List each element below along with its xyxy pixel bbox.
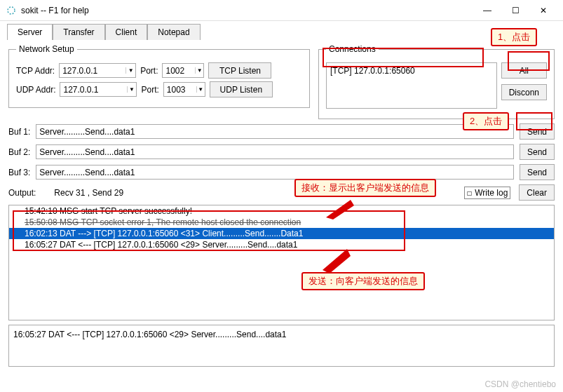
output-stats: Recv 31 , Send 29 <box>54 188 123 198</box>
udp-port-label: Port: <box>141 85 158 95</box>
log-line-selected[interactable]: 16:02:13 DAT ---> [TCP] 127.0.0.1:65060 … <box>9 228 554 239</box>
write-log-checkbox[interactable]: ☐ Write log <box>464 187 510 199</box>
tab-server[interactable]: Server <box>7 24 53 40</box>
udp-addr-input[interactable]: ▼ <box>60 82 137 97</box>
log-line[interactable]: 15:42:10 MSG start TCP server successful… <box>9 205 554 217</box>
tab-transfer[interactable]: Transfer <box>53 24 104 40</box>
udp-listen-button[interactable]: UDP Listen <box>210 81 273 97</box>
minimize-button[interactable]: — <box>473 1 501 20</box>
title-bar: sokit -- F1 for help — ☐ ✕ <box>0 0 563 21</box>
tcp-listen-button[interactable]: TCP Listen <box>208 62 271 79</box>
write-log-label: Write log <box>475 188 508 198</box>
watermark: CSDN @chentiebo <box>484 379 556 389</box>
buf3-input[interactable] <box>36 165 514 180</box>
buf3-label: Buf 3: <box>8 168 30 177</box>
tcp-port-label: Port: <box>140 66 158 76</box>
chevron-down-icon[interactable]: ▼ <box>196 86 205 93</box>
log-output[interactable]: 15:42:10 MSG start TCP server successful… <box>8 205 555 320</box>
send3-button[interactable]: Send <box>520 164 555 180</box>
network-setup-group: Network Setup TCP Addr: ▼ Port: ▼ TCP Li… <box>8 44 310 108</box>
buf2-label: Buf 2: <box>8 147 30 157</box>
tab-notepad[interactable]: Notepad <box>147 24 200 40</box>
svg-point-0 <box>8 7 15 14</box>
connections-legend: Connections <box>326 44 379 54</box>
log-line[interactable]: 16:05:27 DAT <--- [TCP] 127.0.0.1:65060 … <box>9 239 554 250</box>
buf1-input[interactable] <box>36 124 514 139</box>
clear-button[interactable]: Clear <box>519 184 555 201</box>
log-line[interactable]: 15:50:08 MSG TCP socket error 1, The rem… <box>9 217 554 228</box>
network-setup-legend: Network Setup <box>16 44 77 54</box>
udp-port-input[interactable]: ▼ <box>163 82 205 97</box>
app-icon <box>6 5 17 16</box>
connections-group: Connections [TCP] 127.0.0.1:65060 All Di… <box>318 44 555 119</box>
tcp-addr-input[interactable]: ▼ <box>59 63 136 78</box>
chevron-down-icon[interactable]: ▼ <box>127 86 137 93</box>
tcp-addr-label: TCP Addr: <box>16 66 55 76</box>
buf1-label: Buf 1: <box>8 127 30 137</box>
chevron-down-icon[interactable]: ▼ <box>126 67 135 74</box>
buf2-input[interactable] <box>36 144 514 159</box>
output-label: Output: <box>8 188 36 198</box>
udp-addr-label: UDP Addr: <box>16 85 55 95</box>
chevron-down-icon[interactable]: ▼ <box>195 67 203 74</box>
window-title: sokit -- F1 for help <box>21 6 473 15</box>
tcp-port-input[interactable]: ▼ <box>162 63 204 78</box>
tab-client[interactable]: Client <box>105 24 148 40</box>
tab-bar: Server Transfer Client Notepad <box>0 21 563 40</box>
connection-item[interactable]: [TCP] 127.0.0.1:65060 <box>329 65 494 76</box>
send1-button[interactable]: Send <box>520 123 555 140</box>
connections-list[interactable]: [TCP] 127.0.0.1:65060 <box>326 62 497 109</box>
close-button[interactable]: ✕ <box>529 1 557 20</box>
disconnect-button[interactable]: Disconn <box>501 84 547 100</box>
send2-button[interactable]: Send <box>520 144 555 160</box>
all-button[interactable]: All <box>501 62 547 79</box>
detail-output[interactable]: 16:05:27 DAT <--- [TCP] 127.0.0.1:65060 … <box>8 325 555 367</box>
maximize-button[interactable]: ☐ <box>501 1 529 20</box>
